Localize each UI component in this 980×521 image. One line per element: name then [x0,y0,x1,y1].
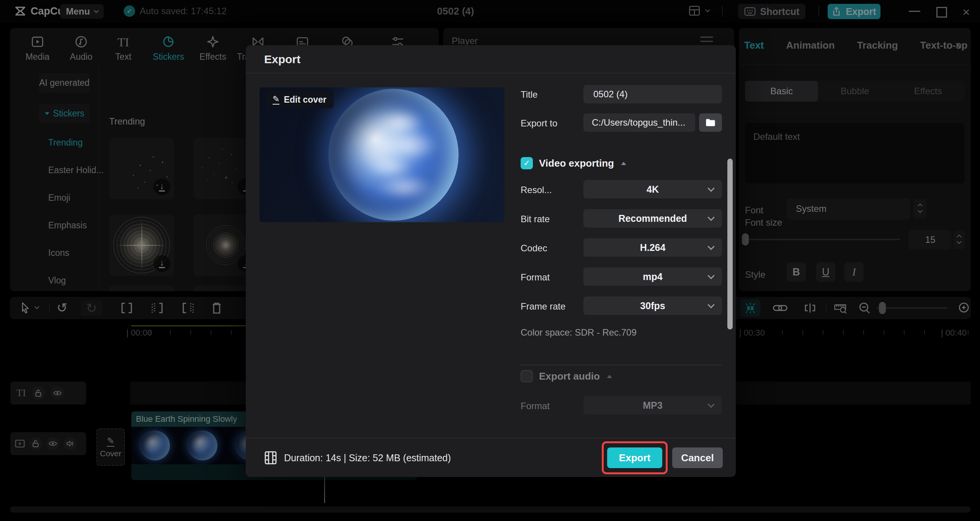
audio-format-select[interactable]: MP3 [583,396,722,415]
dialog-header-divider [246,73,736,74]
export-to-label: Export to [521,118,557,129]
export-path-value: C:/Users/topgus_thin... [592,117,685,128]
bitrate-label: Bit rate [521,214,550,224]
film-icon [264,451,277,465]
dialog-export-button[interactable]: Export [607,447,662,468]
codec-value: H.264 [640,242,666,253]
chevron-down-icon [707,243,714,250]
title-label: Title [521,89,537,100]
framerate-label: Frame rate [521,301,565,312]
chevron-down-icon [707,272,714,279]
resolution-label: Resol... [521,185,552,195]
chevron-down-icon [707,301,714,308]
audio-format-value: MP3 [643,400,662,411]
dialog-cancel-label: Cancel [681,452,714,464]
dialog-footer-divider [246,437,736,438]
collapse-section-icon[interactable] [621,162,626,165]
export-audio-checkbox[interactable] [521,370,533,382]
resolution-value: 4K [647,184,659,195]
codec-select[interactable]: H.264 [583,238,722,257]
color-space-info: Color space: SDR - Rec.709 [521,327,637,338]
cover-preview: ✎ Edit cover [260,87,505,222]
resolution-select[interactable]: 4K [583,180,722,198]
codec-label: Codec [521,243,547,254]
collapse-section-icon[interactable] [607,375,612,378]
pencil-icon: ✎ [273,95,279,105]
export-dialog: Export ✎ Edit cover Title 0502 (4) Expor… [246,45,736,477]
dialog-title: Export [264,53,301,66]
format-label: Format [521,272,550,283]
export-path-input[interactable]: C:/Users/topgus_thin... [583,113,695,132]
bitrate-select[interactable]: Recommended [583,209,722,228]
folder-icon [705,118,716,127]
framerate-select[interactable]: 30fps [583,297,722,315]
bitrate-value: Recommended [618,213,687,224]
video-exporting-checkbox[interactable]: ✓ [521,157,533,169]
edit-cover-label: Edit cover [284,95,326,105]
browse-folder-button[interactable] [699,113,722,132]
title-value: 0502 (4) [593,89,627,100]
export-info: Duration: 14s | Size: 52 MB (estimated) [264,451,451,465]
dialog-scrollbar[interactable] [727,159,733,329]
section-divider [521,365,722,365]
edit-cover-button[interactable]: ✎ Edit cover [266,91,333,108]
chevron-down-icon [707,214,714,221]
chevron-down-icon [707,401,714,408]
title-input[interactable]: 0502 (4) [583,85,722,103]
audio-format-label: Format [521,401,550,411]
framerate-value: 30fps [640,300,665,311]
video-exporting-label: Video exporting [539,157,614,169]
dialog-export-label: Export [619,452,650,464]
format-value: mp4 [643,271,662,282]
dialog-cancel-button[interactable]: Cancel [672,447,723,468]
earth-preview-image [328,89,459,221]
format-select[interactable]: mp4 [583,267,722,286]
video-exporting-header: ✓ Video exporting [521,157,627,169]
chevron-down-icon [707,185,714,192]
duration-size-text: Duration: 14s | Size: 52 MB (estimated) [284,452,451,464]
export-audio-label: Export audio [539,370,600,382]
export-audio-header: Export audio [521,370,613,382]
